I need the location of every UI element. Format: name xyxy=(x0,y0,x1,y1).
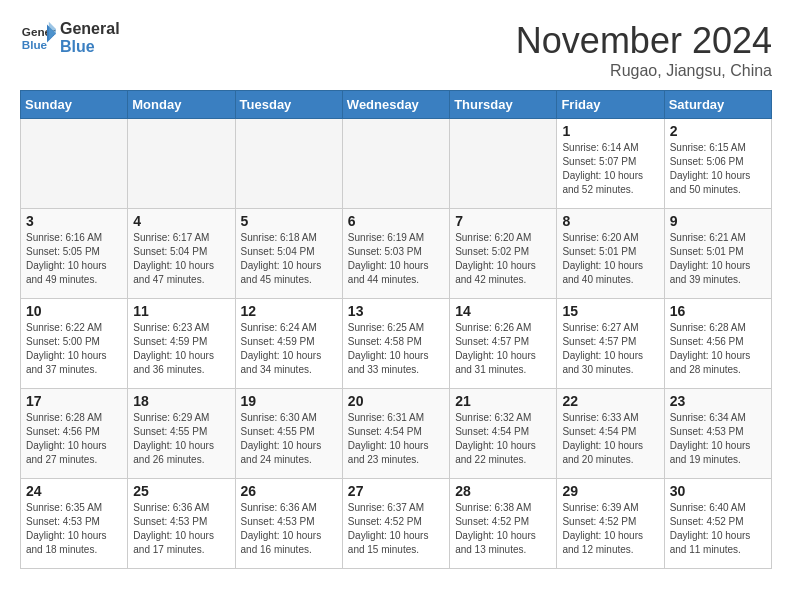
day-info: Sunrise: 6:31 AMSunset: 4:54 PMDaylight:… xyxy=(348,411,444,467)
day-number: 8 xyxy=(562,213,658,229)
day-number: 28 xyxy=(455,483,551,499)
day-cell xyxy=(128,119,235,209)
day-number: 18 xyxy=(133,393,229,409)
day-info: Sunrise: 6:36 AMSunset: 4:53 PMDaylight:… xyxy=(241,501,337,557)
day-cell: 20Sunrise: 6:31 AMSunset: 4:54 PMDayligh… xyxy=(342,389,449,479)
day-number: 12 xyxy=(241,303,337,319)
calendar-table: SundayMondayTuesdayWednesdayThursdayFrid… xyxy=(20,90,772,569)
day-cell: 2Sunrise: 6:15 AMSunset: 5:06 PMDaylight… xyxy=(664,119,771,209)
week-row-1: 1Sunrise: 6:14 AMSunset: 5:07 PMDaylight… xyxy=(21,119,772,209)
day-cell: 3Sunrise: 6:16 AMSunset: 5:05 PMDaylight… xyxy=(21,209,128,299)
day-number: 9 xyxy=(670,213,766,229)
logo: General Blue General Blue xyxy=(20,20,120,56)
day-cell: 4Sunrise: 6:17 AMSunset: 5:04 PMDaylight… xyxy=(128,209,235,299)
day-cell xyxy=(450,119,557,209)
day-number: 7 xyxy=(455,213,551,229)
day-cell: 23Sunrise: 6:34 AMSunset: 4:53 PMDayligh… xyxy=(664,389,771,479)
day-info: Sunrise: 6:20 AMSunset: 5:01 PMDaylight:… xyxy=(562,231,658,287)
day-number: 2 xyxy=(670,123,766,139)
day-info: Sunrise: 6:30 AMSunset: 4:55 PMDaylight:… xyxy=(241,411,337,467)
day-cell: 7Sunrise: 6:20 AMSunset: 5:02 PMDaylight… xyxy=(450,209,557,299)
page-header: General Blue General Blue November 2024 … xyxy=(20,20,772,80)
day-number: 1 xyxy=(562,123,658,139)
day-info: Sunrise: 6:24 AMSunset: 4:59 PMDaylight:… xyxy=(241,321,337,377)
day-cell: 16Sunrise: 6:28 AMSunset: 4:56 PMDayligh… xyxy=(664,299,771,389)
day-info: Sunrise: 6:39 AMSunset: 4:52 PMDaylight:… xyxy=(562,501,658,557)
day-cell: 27Sunrise: 6:37 AMSunset: 4:52 PMDayligh… xyxy=(342,479,449,569)
day-info: Sunrise: 6:37 AMSunset: 4:52 PMDaylight:… xyxy=(348,501,444,557)
week-row-3: 10Sunrise: 6:22 AMSunset: 5:00 PMDayligh… xyxy=(21,299,772,389)
day-cell: 18Sunrise: 6:29 AMSunset: 4:55 PMDayligh… xyxy=(128,389,235,479)
day-cell: 8Sunrise: 6:20 AMSunset: 5:01 PMDaylight… xyxy=(557,209,664,299)
day-number: 5 xyxy=(241,213,337,229)
day-info: Sunrise: 6:36 AMSunset: 4:53 PMDaylight:… xyxy=(133,501,229,557)
day-info: Sunrise: 6:29 AMSunset: 4:55 PMDaylight:… xyxy=(133,411,229,467)
day-info: Sunrise: 6:18 AMSunset: 5:04 PMDaylight:… xyxy=(241,231,337,287)
day-cell xyxy=(342,119,449,209)
day-number: 19 xyxy=(241,393,337,409)
day-cell: 5Sunrise: 6:18 AMSunset: 5:04 PMDaylight… xyxy=(235,209,342,299)
col-header-tuesday: Tuesday xyxy=(235,91,342,119)
day-info: Sunrise: 6:38 AMSunset: 4:52 PMDaylight:… xyxy=(455,501,551,557)
col-header-wednesday: Wednesday xyxy=(342,91,449,119)
day-number: 22 xyxy=(562,393,658,409)
logo-icon: General Blue xyxy=(20,20,56,56)
day-cell: 9Sunrise: 6:21 AMSunset: 5:01 PMDaylight… xyxy=(664,209,771,299)
day-cell: 26Sunrise: 6:36 AMSunset: 4:53 PMDayligh… xyxy=(235,479,342,569)
day-cell: 10Sunrise: 6:22 AMSunset: 5:00 PMDayligh… xyxy=(21,299,128,389)
day-info: Sunrise: 6:34 AMSunset: 4:53 PMDaylight:… xyxy=(670,411,766,467)
col-header-friday: Friday xyxy=(557,91,664,119)
day-number: 23 xyxy=(670,393,766,409)
day-cell: 30Sunrise: 6:40 AMSunset: 4:52 PMDayligh… xyxy=(664,479,771,569)
day-number: 6 xyxy=(348,213,444,229)
col-header-saturday: Saturday xyxy=(664,91,771,119)
day-info: Sunrise: 6:19 AMSunset: 5:03 PMDaylight:… xyxy=(348,231,444,287)
day-number: 29 xyxy=(562,483,658,499)
day-info: Sunrise: 6:22 AMSunset: 5:00 PMDaylight:… xyxy=(26,321,122,377)
day-cell: 22Sunrise: 6:33 AMSunset: 4:54 PMDayligh… xyxy=(557,389,664,479)
week-row-2: 3Sunrise: 6:16 AMSunset: 5:05 PMDaylight… xyxy=(21,209,772,299)
day-cell: 19Sunrise: 6:30 AMSunset: 4:55 PMDayligh… xyxy=(235,389,342,479)
day-cell: 6Sunrise: 6:19 AMSunset: 5:03 PMDaylight… xyxy=(342,209,449,299)
day-info: Sunrise: 6:25 AMSunset: 4:58 PMDaylight:… xyxy=(348,321,444,377)
day-info: Sunrise: 6:14 AMSunset: 5:07 PMDaylight:… xyxy=(562,141,658,197)
day-info: Sunrise: 6:40 AMSunset: 4:52 PMDaylight:… xyxy=(670,501,766,557)
day-number: 20 xyxy=(348,393,444,409)
day-number: 16 xyxy=(670,303,766,319)
day-cell: 21Sunrise: 6:32 AMSunset: 4:54 PMDayligh… xyxy=(450,389,557,479)
day-cell: 1Sunrise: 6:14 AMSunset: 5:07 PMDaylight… xyxy=(557,119,664,209)
day-info: Sunrise: 6:20 AMSunset: 5:02 PMDaylight:… xyxy=(455,231,551,287)
day-info: Sunrise: 6:28 AMSunset: 4:56 PMDaylight:… xyxy=(670,321,766,377)
day-cell xyxy=(235,119,342,209)
col-header-thursday: Thursday xyxy=(450,91,557,119)
week-row-5: 24Sunrise: 6:35 AMSunset: 4:53 PMDayligh… xyxy=(21,479,772,569)
day-cell xyxy=(21,119,128,209)
day-info: Sunrise: 6:27 AMSunset: 4:57 PMDaylight:… xyxy=(562,321,658,377)
day-number: 27 xyxy=(348,483,444,499)
day-cell: 12Sunrise: 6:24 AMSunset: 4:59 PMDayligh… xyxy=(235,299,342,389)
day-cell: 13Sunrise: 6:25 AMSunset: 4:58 PMDayligh… xyxy=(342,299,449,389)
title-block: November 2024 Rugao, Jiangsu, China xyxy=(516,20,772,80)
day-cell: 28Sunrise: 6:38 AMSunset: 4:52 PMDayligh… xyxy=(450,479,557,569)
day-cell: 29Sunrise: 6:39 AMSunset: 4:52 PMDayligh… xyxy=(557,479,664,569)
logo-general-text: General xyxy=(60,20,120,38)
day-number: 3 xyxy=(26,213,122,229)
day-info: Sunrise: 6:17 AMSunset: 5:04 PMDaylight:… xyxy=(133,231,229,287)
day-cell: 14Sunrise: 6:26 AMSunset: 4:57 PMDayligh… xyxy=(450,299,557,389)
day-cell: 25Sunrise: 6:36 AMSunset: 4:53 PMDayligh… xyxy=(128,479,235,569)
day-info: Sunrise: 6:33 AMSunset: 4:54 PMDaylight:… xyxy=(562,411,658,467)
day-info: Sunrise: 6:16 AMSunset: 5:05 PMDaylight:… xyxy=(26,231,122,287)
logo-blue-text: Blue xyxy=(60,38,120,56)
day-number: 17 xyxy=(26,393,122,409)
day-info: Sunrise: 6:32 AMSunset: 4:54 PMDaylight:… xyxy=(455,411,551,467)
day-info: Sunrise: 6:15 AMSunset: 5:06 PMDaylight:… xyxy=(670,141,766,197)
col-header-sunday: Sunday xyxy=(21,91,128,119)
day-number: 11 xyxy=(133,303,229,319)
day-number: 13 xyxy=(348,303,444,319)
day-cell: 24Sunrise: 6:35 AMSunset: 4:53 PMDayligh… xyxy=(21,479,128,569)
day-number: 21 xyxy=(455,393,551,409)
day-number: 14 xyxy=(455,303,551,319)
day-number: 15 xyxy=(562,303,658,319)
day-info: Sunrise: 6:26 AMSunset: 4:57 PMDaylight:… xyxy=(455,321,551,377)
header-row: SundayMondayTuesdayWednesdayThursdayFrid… xyxy=(21,91,772,119)
